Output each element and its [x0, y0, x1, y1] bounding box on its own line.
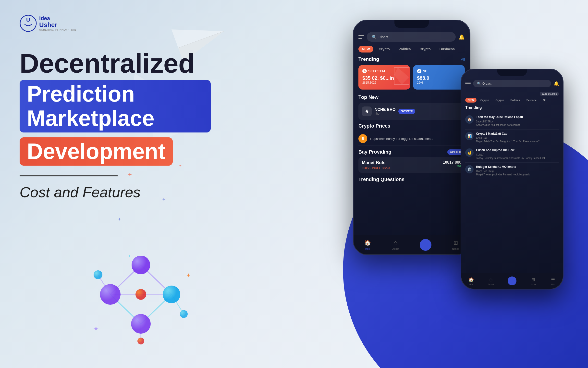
phone-back-search[interactable]: 🔍 Cioact...	[367, 32, 456, 42]
trending-card-1[interactable]: ⊕ SEECEEM $35 02. $0...in 2815.3022	[358, 65, 410, 90]
front-nav-honor[interactable]: ⊞ Honor	[530, 277, 536, 285]
trending-list-item-2[interactable]: 📊 Crypto1 Markt1att Cap Criop Cok Nageh …	[465, 130, 559, 146]
btc-icon: ₿	[358, 134, 367, 143]
card2-sub: 22+8	[417, 81, 461, 84]
trending-card-2[interactable]: ⊕ SE $88.0 22+8	[413, 65, 465, 90]
bay-section: Bay Providing APEO 08 Manet Buls 100S 0 …	[358, 149, 465, 173]
nav-market[interactable]: ◇ Oiodet	[392, 239, 399, 250]
phone-back-bottom-nav: 🏠 Hox ◇ Oiodet ⬡ ⊞ Noheo	[354, 235, 470, 254]
front-cat-sc[interactable]: Sc	[540, 98, 549, 103]
topnew-item-name: NCHE BHO	[375, 107, 395, 112]
cat-crypto1[interactable]: Crypto	[375, 46, 393, 53]
card2-label: ⊕ SE	[417, 69, 461, 73]
headline-line2: Prediction Marketplace	[20, 80, 211, 132]
svg-point-26	[137, 338, 144, 344]
svg-text:✦: ✦	[93, 325, 99, 333]
nav-portfolio[interactable]: ⊞ Noheo	[452, 239, 459, 250]
trending-list-item-4[interactable]: 🏛️ Rultiger Sciehen1 MOtienots Hiary Tie…	[465, 163, 559, 179]
cat-politics[interactable]: Politics	[395, 46, 414, 53]
svg-point-24	[94, 270, 102, 279]
crypto-item-1[interactable]: ₿ Traps wrek hdney ffor foggl i9ft saaoh…	[358, 132, 465, 146]
tl-avatar-2: 📊	[465, 132, 474, 140]
nav-market-label: Oiodet	[392, 248, 399, 250]
tl-content-4: Rultiger Sciehen1 MOtienots Hiary Tiep O…	[476, 165, 552, 177]
trending-list-item-1[interactable]: 🏠 Then Mo May Ouse Reiche Fopati 2age1ZB…	[465, 113, 559, 130]
svg-point-23	[131, 314, 151, 334]
topnew-badge: SVSOTE	[398, 109, 415, 114]
topnew-icon: ₦	[362, 106, 372, 116]
cat-new[interactable]: NEW	[358, 46, 373, 53]
bay-item-change: 291	[443, 165, 461, 168]
tl-desc-4: Mogat Triones phdl.vthe Pomand Heoloi Au…	[476, 173, 552, 176]
topnew-title: Top New	[358, 94, 379, 100]
front-nav-market-label: Oiodet	[488, 283, 494, 285]
front-cat-new[interactable]: NEW	[465, 98, 477, 103]
crypto-prices-title: Crypto Prices	[358, 123, 390, 129]
trending-list-item-3[interactable]: 💰 Erlsen.boe Cuptoo Die Hew Culatu? Topr…	[465, 146, 559, 163]
search-placeholder: Cioact...	[379, 35, 391, 39]
tl-more-4[interactable]: ⋮	[555, 165, 559, 170]
svg-point-25	[180, 310, 188, 318]
front-nav-market[interactable]: ◇ Oiodet	[488, 277, 494, 285]
bay-item-name: Manet Buls	[362, 160, 390, 165]
trending-questions-title: Trending Questions	[358, 177, 465, 182]
tl-title-1: Then Mo May Ouse Reiche Fopati	[476, 115, 552, 119]
tl-content-1: Then Mo May Ouse Reiche Fopati 2age1ZBCJ…	[476, 115, 552, 127]
headline-line3: Development	[20, 137, 173, 166]
phone-back-screen: 🔍 Cioact... 🔔 NEW Crypto Politics Crypto…	[354, 28, 470, 254]
tl-avatar-1: 🏠	[465, 115, 474, 124]
crypto-name: Traps wrek hdney ffor foggl i9ft saaoht.…	[370, 137, 465, 141]
tl-more-2[interactable]: ⋮	[555, 132, 559, 137]
center-icon: ⬡	[420, 239, 431, 251]
portfolio-icon: ⊞	[452, 239, 459, 247]
molecule-decoration: ✦ ✦ ✦	[86, 245, 196, 348]
trending-all-link[interactable]: All	[461, 57, 465, 61]
tl-more-3[interactable]: ⋮	[555, 148, 559, 153]
logo-tagline: USHERING IN INNOVATION	[39, 28, 76, 31]
front-nav-home-label: Hex	[469, 283, 473, 285]
card2-amount: $88.0	[417, 75, 461, 81]
logo-usher: Usher	[39, 21, 76, 28]
nav-portfolio-label: Noheo	[452, 248, 459, 250]
search-icon: 🔍	[372, 35, 377, 39]
phone-front-search[interactable]: 🔍 Oioac...	[473, 80, 551, 87]
phone-front: 🔍 Oioac... 🔔 $E45 65 2485 NEW Crypto Cry…	[461, 69, 564, 289]
svg-text:✦: ✦	[186, 272, 191, 278]
bay-item-1[interactable]: Manet Buls 100S 0 INDEE 88223 10817 880 …	[358, 157, 465, 173]
phone-back-topbar: 🔍 Cioact... 🔔	[358, 30, 465, 44]
front-bell-icon[interactable]: 🔔	[553, 81, 559, 86]
front-market-icon: ◇	[488, 277, 494, 283]
topnew-item-sub: hbo	[375, 112, 395, 115]
front-nav-center[interactable]: ⬡	[508, 276, 516, 285]
tl-sub-1: 2age1ZBCJRox	[476, 120, 552, 123]
front-cat-crypto1[interactable]: Crypto	[478, 98, 491, 103]
cat-business[interactable]: Business	[436, 46, 458, 53]
cat-crypto2[interactable]: Crypto	[416, 46, 434, 53]
front-cat-crypto2[interactable]: Crypto	[493, 98, 506, 103]
logo-idea: Idea	[39, 15, 76, 21]
phone-front-categories: NEW Crypto Crypto Politics Science Sc	[465, 98, 559, 103]
phone-front-hamburger[interactable]	[465, 82, 471, 85]
svg-point-27	[135, 289, 146, 300]
phone-front-bottom-nav: 🏠 Hex ◇ Oiodet ⬡ ⊞ Honor ☰ Hit1	[461, 273, 563, 289]
front-nav-hit[interactable]: ☰ Hit1	[550, 277, 556, 285]
front-cat-science[interactable]: Science	[524, 98, 539, 103]
nav-home[interactable]: 🏠 Hox	[364, 239, 371, 250]
topnew-item-1[interactable]: ₦ NCHE BHO hbo SVSOTE	[358, 103, 465, 120]
trending-header: Trending All	[358, 56, 465, 62]
tl-more-1[interactable]: ⋮	[555, 115, 559, 120]
tl-desc-3: Toprky Fetonley Teatene online bes ciots…	[476, 157, 552, 160]
front-honor-icon: ⊞	[530, 277, 536, 283]
front-cat-politics[interactable]: Politics	[508, 98, 523, 103]
headline-line1: Decentralized	[20, 49, 211, 78]
nav-center[interactable]: ⬡	[420, 239, 431, 251]
tl-desc-2: Nageh Triely Triet fen Barig. And1 That …	[476, 140, 552, 143]
logo-text: Idea Usher USHERING IN INNOVATION	[39, 15, 76, 31]
phone-back-categories: NEW Crypto Politics Crypto Business	[358, 46, 465, 53]
market-icon: ◇	[392, 239, 399, 247]
front-nav-home[interactable]: 🏠 Hex	[468, 277, 474, 285]
front-amount-badge: $E45 65 2485	[465, 91, 559, 96]
hamburger-menu[interactable]	[358, 35, 364, 39]
bell-icon[interactable]: 🔔	[459, 34, 465, 40]
headline-divider	[20, 175, 118, 176]
